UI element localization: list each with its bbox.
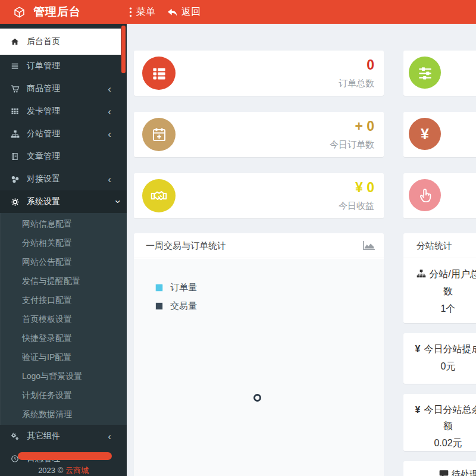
sidebar-item-orders[interactable]: 订单管理 — [0, 55, 121, 77]
area-chart-icon — [362, 240, 375, 253]
list-icon — [9, 62, 21, 70]
legend-item-orders[interactable]: 订单量 — [155, 278, 197, 297]
back-button[interactable]: 返回 — [167, 0, 201, 24]
pending-tickets-text: 待处理工单 — [403, 461, 476, 476]
stat-card-today-income: ¥ 0 今日收益 — [134, 173, 384, 218]
submenu-item-home-template[interactable]: 首页模板设置 — [1, 309, 127, 328]
submenu-item-cron-tasks[interactable]: 计划任务设置 — [1, 386, 127, 405]
sidebar-item-home[interactable]: 后台首页 — [0, 29, 121, 55]
sitemap-icon — [416, 267, 426, 283]
handshake-icon — [142, 179, 176, 212]
stat-card-right-2: ¥ — [403, 112, 476, 157]
submenu-item-logo-background[interactable]: Logo与背景设置 — [1, 367, 127, 386]
branch-commission-text: ¥今日分站提成 — [403, 333, 476, 357]
sidebar-item-label: 其它组件 — [27, 431, 60, 441]
branch-stat-text: 待处理工单 — [452, 469, 476, 476]
legend-label: 订单量 — [170, 282, 197, 293]
sidebar-item-label: 后台首页 — [27, 36, 60, 47]
legend-swatch-orders — [155, 284, 163, 292]
grid-icon — [9, 107, 21, 115]
book-icon — [9, 152, 21, 161]
sidebar-item-integrations[interactable]: 对接设置 — [0, 168, 121, 190]
submenu-item-mail-reminder[interactable]: 发信与提醒配置 — [1, 271, 127, 290]
pending-tickets-panel: 待处理工单 — [403, 461, 476, 476]
chart-plot-area: 订单量 交易量 — [134, 259, 384, 476]
yen-icon: ¥ — [409, 118, 441, 150]
chevron-left-icon — [108, 129, 111, 139]
branch-panel-header: 分站统计 — [403, 233, 476, 258]
menu-toggle-button[interactable]: 菜单 — [129, 0, 155, 24]
loading-spinner-icon — [253, 394, 261, 402]
admin-dashboard: 管理后台 菜单 返回 后台首页 订单管理 商品管理 发卡管理 — [0, 0, 476, 476]
chevron-left-icon — [108, 431, 111, 441]
chevron-left-icon — [108, 174, 111, 184]
branch-stat-value: 0.02元 — [403, 436, 476, 450]
yen-icon: ¥ — [415, 344, 421, 354]
sidebar-scrollbar-thumb[interactable] — [121, 26, 126, 73]
sidebar: 后台首页 订单管理 商品管理 发卡管理 分站管理 文章管理 对接设置 — [0, 24, 127, 476]
branch-commission-panel: ¥今日分站提成 0元 — [403, 333, 476, 384]
stat-label: 今日收益 — [339, 201, 374, 212]
legend-swatch-transactions — [155, 302, 163, 310]
chevron-down-icon — [115, 197, 119, 207]
nodes-icon — [9, 175, 21, 184]
system-settings-submenu: 网站信息配置 分站相关配置 网站公告配置 发信与提醒配置 支付接口配置 首页模板… — [0, 213, 127, 425]
sidebar-item-label: 发卡管理 — [27, 106, 60, 117]
yen-symbol: ¥ — [421, 126, 429, 143]
cube-logo-icon — [13, 6, 26, 18]
ellipsis-icon — [129, 7, 132, 17]
cart-icon — [9, 84, 21, 93]
stat-card-right-1 — [403, 51, 476, 96]
sidebar-footer: 2023 © 云商城 — [0, 465, 127, 476]
brand[interactable]: 管理后台 — [13, 0, 81, 24]
sidebar-item-cards[interactable]: 发卡管理 — [0, 100, 121, 123]
sliders-icon — [409, 57, 441, 89]
branch-users-total: 分站/用户总数 — [403, 258, 476, 299]
brand-title: 管理后台 — [33, 4, 81, 20]
orders-list-icon — [142, 57, 176, 90]
stat-value: + 0 — [355, 118, 374, 134]
footer-brand-link[interactable]: 云商城 — [65, 466, 89, 475]
calendar-plus-icon — [142, 118, 176, 151]
submenu-item-site-info[interactable]: 网站信息配置 — [1, 214, 127, 233]
chevron-left-icon — [108, 107, 111, 117]
chart-title: 一周交易与订单统计 — [146, 233, 226, 258]
sidebar-item-other-components[interactable]: 其它组件 — [0, 425, 121, 447]
branch-stat-value: 0元 — [403, 359, 476, 374]
yen-icon: ¥ — [415, 405, 421, 415]
chart-card-header: 一周交易与订单统计 — [134, 233, 384, 258]
sidebar-item-label: 文章管理 — [27, 151, 60, 162]
sidebar-item-system-settings[interactable]: 系统设置 — [0, 190, 127, 213]
chart-legend: 订单量 交易量 — [155, 278, 197, 315]
sidebar-item-label: 订单管理 — [27, 61, 60, 71]
submenu-item-quick-login[interactable]: 快捷登录配置 — [1, 328, 127, 347]
top-navbar: 管理后台 菜单 返回 — [0, 0, 476, 24]
comment-icon — [439, 467, 449, 476]
submenu-item-data-cleanup[interactable]: 系统数据清理 — [1, 405, 127, 424]
hand-pointer-icon — [409, 179, 441, 211]
sidebar-item-branches[interactable]: 分站管理 — [0, 123, 121, 145]
sidebar-item-articles[interactable]: 文章管理 — [0, 145, 121, 168]
weekly-chart-card: 一周交易与订单统计 订单量 交易量 — [134, 233, 384, 476]
submenu-item-branch-config[interactable]: 分站相关配置 — [1, 233, 127, 252]
submenu-item-announcement[interactable]: 网站公告配置 — [1, 252, 127, 271]
stat-card-today-orders: + 0 今日订单数 — [134, 112, 384, 157]
gear-icon — [9, 198, 21, 206]
branch-stat-value: 1个 — [403, 301, 476, 316]
cogs-icon — [9, 432, 21, 441]
reply-arrow-icon — [167, 8, 177, 17]
main-content: 0 订单总数 + 0 今日订单数 ¥ 0 今日收益 ¥ — [127, 24, 476, 476]
stat-value: ¥ 0 — [355, 180, 374, 196]
submenu-item-verify-ip[interactable]: 验证与IP配置 — [1, 347, 127, 367]
sitemap-icon — [9, 130, 21, 139]
branch-stat-text: 今日分站总余额 — [424, 405, 476, 431]
submenu-item-payment-api[interactable]: 支付接口配置 — [1, 290, 127, 309]
legend-item-transactions[interactable]: 交易量 — [155, 297, 197, 315]
stat-label: 今日订单数 — [330, 139, 374, 151]
back-label: 返回 — [181, 6, 201, 18]
footer-year: 2023 © — [38, 466, 63, 475]
chevron-left-icon — [108, 84, 111, 94]
menu-label: 菜单 — [136, 6, 155, 18]
sidebar-item-products[interactable]: 商品管理 — [0, 77, 121, 100]
branch-balance-panel: ¥今日分站总余额 0.02元 — [403, 394, 476, 451]
